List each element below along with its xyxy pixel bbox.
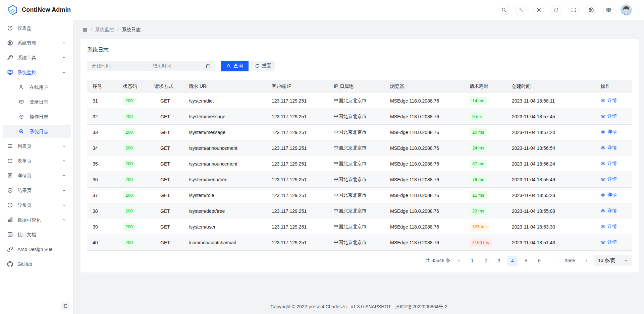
theme-button[interactable]	[533, 5, 544, 15]
detail-link[interactable]: 详情	[601, 98, 617, 104]
table-row: 33200GET/system/message123.117.129.251中国…	[87, 124, 632, 140]
sidebar-item-label: 系统管理	[17, 41, 62, 45]
cell-status: 200	[117, 219, 149, 235]
sidebar-item-接口文档[interactable]: 接口文档	[3, 228, 71, 241]
cell-region: 中国北京北京市	[328, 172, 385, 187]
pagination-page-3565[interactable]: 3565	[562, 256, 578, 266]
cell-no: 34	[87, 140, 117, 156]
search-button[interactable]	[498, 5, 509, 15]
detail-link[interactable]: 详情	[601, 129, 617, 135]
cell-time: 2023-11-04 18:56:54	[506, 140, 595, 156]
sidebar-subitem-操作日志[interactable]: 操作日志	[3, 110, 71, 123]
breadcrumb-separator: /	[91, 27, 92, 32]
cell-ip: 123.117.129.251	[266, 172, 328, 187]
sidebar-item-GitHub[interactable]: GitHub	[3, 257, 71, 271]
calendar-icon	[206, 64, 211, 69]
locale-button[interactable]: 文A	[516, 5, 527, 15]
cell-browser: MSEdge 118.0.2088.76	[385, 140, 464, 156]
cell-uri: /system/user	[183, 219, 266, 235]
sidebar-item-表单页[interactable]: 表单页	[3, 154, 71, 168]
search-button[interactable]: 查询	[221, 61, 249, 71]
notification-button[interactable]	[551, 5, 561, 15]
detail-link[interactable]: 详情	[601, 192, 617, 198]
pagination-next-button[interactable]	[581, 256, 591, 266]
detail-link[interactable]: 详情	[601, 239, 617, 245]
sidebar-subitem-在线用户[interactable]: 在线用户	[3, 80, 71, 94]
cell-elapsed: 87 ms	[464, 156, 506, 172]
cell-region: 中国北京北京市	[328, 156, 385, 172]
sidebar-subitem-系统日志[interactable]: 系统日志	[3, 125, 71, 138]
column-header: 状态码	[117, 80, 149, 93]
column-header: 序号	[87, 80, 117, 93]
pagination-page-4[interactable]: 4	[507, 256, 518, 266]
detail-link[interactable]: 详情	[601, 176, 617, 182]
cell-status: 200	[117, 235, 149, 250]
sidebar-item-系统管理[interactable]: 系统管理	[3, 36, 71, 50]
eye-icon	[601, 145, 605, 150]
detail-link[interactable]: 详情	[601, 113, 617, 119]
page-size-select[interactable]: 10 条/页	[594, 255, 632, 266]
eye-icon	[601, 193, 605, 197]
cell-action: 详情	[595, 109, 632, 124]
sidebar-item-结果页[interactable]: 结果页	[3, 184, 71, 197]
detail-link[interactable]: 详情	[601, 161, 617, 167]
sidebar-item-列表页[interactable]: 列表页	[3, 139, 71, 153]
cell-no: 37	[87, 187, 117, 203]
cell-action: 详情	[595, 203, 632, 219]
pagination-ellipsis: ···	[548, 256, 559, 266]
sidebar-item-Arco Design Vue[interactable]: Arco Design Vue	[3, 243, 71, 256]
sun-icon	[536, 7, 542, 13]
sidebar-item-label: Arco Design Vue	[17, 247, 66, 252]
breadcrumb-item-系统监控[interactable]: 系统监控	[95, 27, 114, 33]
start-date-placeholder[interactable]: 开始时间	[92, 63, 145, 69]
pagination-page-3[interactable]: 3	[494, 256, 504, 266]
detail-link[interactable]: 详情	[601, 145, 617, 151]
main-content: /系统监控/系统日志 系统日志 开始时间 - 结束时间 查询 重置	[74, 20, 644, 314]
sidebar-item-异常页[interactable]: 异常页	[3, 198, 71, 212]
end-date-placeholder[interactable]: 结束时间	[148, 63, 206, 69]
sidebar-collapse-button[interactable]	[61, 302, 69, 310]
github-icon	[7, 261, 13, 267]
pagination-page-2[interactable]: 2	[481, 256, 491, 266]
pagination-page-6[interactable]: 6	[534, 256, 544, 266]
elapsed-badge: 24 ms	[470, 144, 487, 152]
detail-link[interactable]: 详情	[601, 208, 617, 214]
chevron-down-icon	[62, 144, 66, 148]
sidebar-item-label: 系统工具	[17, 55, 62, 60]
date-range-picker[interactable]: 开始时间 - 结束时间	[87, 61, 215, 71]
docs-button[interactable]	[603, 5, 614, 15]
pagination-page-1[interactable]: 1	[467, 256, 477, 266]
pagination-page-5[interactable]: 5	[521, 256, 531, 266]
sidebar-subitem-label: 登录日志	[30, 100, 66, 104]
cell-elapsed: 9 ms	[464, 109, 506, 124]
breadcrumb-home[interactable]	[83, 27, 87, 32]
cell-time: 2023-11-04 18:57:45	[506, 109, 595, 124]
app-logo[interactable]: ContiNew Admin	[7, 4, 71, 16]
sidebar-item-系统工具[interactable]: 系统工具	[3, 51, 71, 64]
page-footer: Copyright © 2022-present Charles7c · v1.…	[74, 304, 644, 314]
sidebar-item-详情页[interactable]: 详情页	[3, 169, 71, 182]
sidebar-item-数据可视化[interactable]: 数据可视化	[3, 213, 71, 227]
chevron-left-icon	[457, 259, 461, 263]
cell-elapsed: 79 ms	[464, 172, 506, 187]
sidebar-subitem-登录日志[interactable]: 登录日志	[3, 95, 71, 109]
status-code-badge: 200	[123, 113, 136, 121]
user-check-icon	[19, 84, 24, 90]
detail-link-label: 详情	[607, 98, 617, 104]
sidebar-item-系统监控[interactable]: 系统监控	[3, 66, 71, 79]
detail-link-label: 详情	[607, 129, 617, 135]
chevron-down-icon	[62, 174, 66, 178]
detail-link[interactable]: 详情	[601, 224, 617, 230]
reset-button[interactable]: 重置	[251, 61, 275, 71]
user-avatar[interactable]	[621, 4, 632, 16]
settings-button[interactable]	[586, 5, 596, 15]
eye-icon	[601, 224, 605, 229]
column-header: 请求耗时	[464, 80, 506, 93]
cell-ip: 123.117.129.251	[266, 235, 328, 250]
cell-region: 中国北京北京市	[328, 203, 385, 219]
cell-elapsed: 14 ms	[464, 93, 506, 109]
sidebar-item-仪表盘[interactable]: 仪表盘	[3, 21, 71, 35]
fullscreen-button[interactable]	[568, 5, 579, 15]
pagination-prev-button[interactable]	[454, 256, 464, 266]
cell-no: 33	[87, 124, 117, 140]
